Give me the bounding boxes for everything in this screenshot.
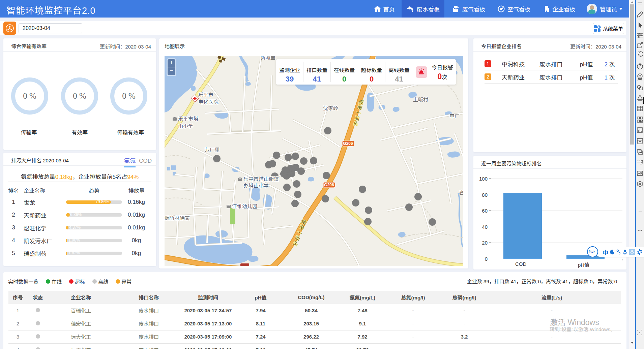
svg-text:乐平市塔山街道: 乐平市塔山街道 bbox=[243, 176, 279, 182]
svg-text:乐平市塔: 乐平市塔 bbox=[178, 116, 198, 122]
svg-text:G206: G206 bbox=[343, 141, 353, 146]
svg-text:电化医院: 电化医院 bbox=[198, 99, 218, 105]
svg-text:查家: 查家 bbox=[459, 190, 463, 195]
svg-text:山小学: 山小学 bbox=[178, 123, 193, 129]
svg-text:上畈村: 上畈村 bbox=[413, 97, 428, 102]
svg-text:沈家岭: 沈家岭 bbox=[323, 105, 338, 111]
svg-text:烟竹林徐家: 烟竹林徐家 bbox=[165, 215, 190, 221]
svg-text:范厂里: 范厂里 bbox=[205, 147, 220, 153]
svg-text:新海里: 新海里 bbox=[260, 56, 275, 60]
svg-text:乐平市: 乐平市 bbox=[198, 92, 213, 98]
svg-text:江维幼儿园: 江维幼儿园 bbox=[232, 203, 257, 209]
svg-text:G206: G206 bbox=[324, 183, 334, 187]
svg-text:办塔山小学: 办塔山小学 bbox=[243, 183, 269, 189]
svg-text:甲厂: 甲厂 bbox=[449, 114, 460, 119]
